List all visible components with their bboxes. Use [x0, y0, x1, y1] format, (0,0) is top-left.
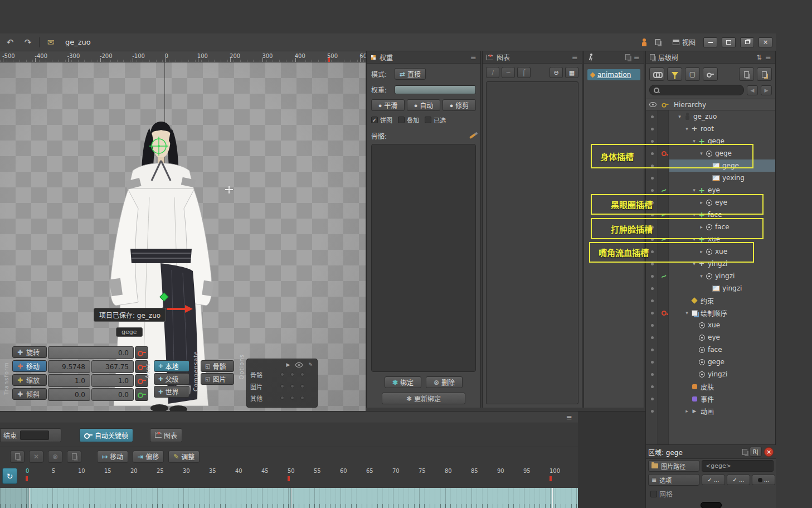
copy-button[interactable] — [739, 67, 754, 81]
transform-value-x[interactable]: 1.0 — [48, 374, 90, 387]
loop-button[interactable]: ↻ — [2, 468, 17, 484]
cut-frames-icon[interactable]: ✕ — [29, 451, 43, 463]
tree-item-gege[interactable]: ▾gege — [646, 135, 775, 147]
weights-tool-button[interactable]: ● 修剪 — [443, 99, 476, 111]
visibility-dot[interactable] — [646, 275, 658, 278]
tree-item-gege[interactable]: gege — [646, 356, 775, 368]
visibility-dot[interactable] — [646, 115, 658, 118]
tree-item-face[interactable]: ▸face — [646, 221, 775, 233]
visibility-dot[interactable] — [646, 214, 658, 216]
tree-item-xue[interactable]: ▾xue — [646, 233, 775, 245]
transform-value-x[interactable]: 0.0 — [48, 388, 90, 401]
expand-arrow[interactable]: ▸ — [684, 408, 690, 414]
expand-arrow[interactable]: ▾ — [691, 261, 697, 267]
undo-button[interactable]: ↶ — [3, 36, 17, 49]
tree-item-皮肤[interactable]: 皮肤 — [646, 380, 775, 393]
expand-arrow[interactable]: ▾ — [684, 310, 690, 316]
keyframe-line[interactable] — [290, 488, 292, 508]
compensate-button[interactable]: ◱ 图片 — [201, 373, 234, 385]
visibility-dot[interactable] — [646, 152, 658, 155]
tree-item-root[interactable]: ▾root — [646, 123, 775, 135]
weight-slider[interactable] — [395, 85, 476, 94]
visibility-dot[interactable] — [646, 410, 658, 413]
region-option-dropdown[interactable]: … — [727, 475, 750, 485]
bind-button[interactable]: ✱绑定 — [385, 376, 421, 388]
link-button[interactable] — [649, 67, 664, 81]
axes-mode-button[interactable]: ✚ 父级 — [154, 373, 189, 385]
search-box[interactable] — [649, 85, 744, 95]
tree-item-xue[interactable]: xue — [646, 319, 775, 331]
expand-arrow[interactable]: ▸ — [698, 249, 704, 254]
expand-arrow[interactable]: ▸ — [698, 224, 704, 230]
curve-bezier-icon[interactable]: ~ — [502, 67, 515, 78]
paste-frames-icon[interactable] — [67, 451, 81, 463]
anim-pages-icon[interactable] — [625, 54, 630, 60]
option-dot[interactable] — [300, 396, 304, 400]
axes-mode-button[interactable]: ✚ 本地 — [154, 360, 189, 372]
weights-tool-button[interactable]: ● 自动 — [407, 99, 440, 111]
zoom-out-icon[interactable]: ⊖ — [550, 67, 563, 78]
keyframe-line[interactable] — [28, 488, 30, 508]
maximize-button[interactable] — [722, 37, 736, 47]
tree-item-动画[interactable]: ▸动画 — [646, 405, 775, 417]
bones-list[interactable] — [371, 144, 476, 372]
tree-item-eye[interactable]: eye — [646, 331, 775, 343]
tree-item-yingzi[interactable]: ▾yingzi — [646, 270, 775, 282]
curve-stepped-icon[interactable]: ⌠ — [517, 67, 531, 78]
option-dot[interactable] — [280, 372, 284, 376]
option-dot[interactable] — [290, 396, 294, 400]
weights-checkbox[interactable]: 叠加 — [398, 115, 419, 124]
skeleton-mode-icon[interactable] — [641, 38, 647, 46]
visibility-dot[interactable] — [646, 299, 658, 302]
tree-item-事件[interactable]: 事件 — [646, 393, 775, 405]
duplicate-icon[interactable] — [742, 449, 747, 455]
key-column-icon[interactable] — [662, 101, 669, 107]
weights-checkbox[interactable]: 饼图 — [371, 115, 392, 124]
visibility-dot[interactable] — [646, 324, 658, 327]
expand-arrow[interactable]: ▾ — [677, 114, 683, 119]
minimize-button[interactable] — [703, 37, 717, 47]
mesh-checkbox[interactable]: 网格 — [650, 489, 673, 499]
rename-toggle-button[interactable]: R| — [750, 447, 762, 457]
transform-tool-button[interactable]: ✚ 旋转 — [12, 346, 47, 358]
sort-icon[interactable]: ⇅ — [756, 54, 762, 61]
frame-selection-button[interactable]: ▢ — [685, 67, 700, 81]
graph-canvas[interactable] — [486, 81, 578, 404]
compensate-button[interactable]: ◱ 骨骼 — [201, 360, 234, 372]
transform-tool-button[interactable]: ✚ 倾斜 — [12, 388, 47, 400]
animation-item[interactable]: animation — [587, 69, 640, 80]
color-swatch[interactable] — [701, 502, 722, 508]
image-path-input[interactable]: <gege> — [702, 460, 774, 472]
anim-menu-icon[interactable]: ≡ — [634, 53, 640, 61]
visibility-dot[interactable] — [646, 287, 658, 290]
tree-item-face[interactable]: ▾face — [646, 209, 775, 221]
option-dot[interactable] — [280, 384, 284, 388]
remove-region-button[interactable]: × — [764, 447, 774, 457]
transform-tool-button[interactable]: ✚ 移动 — [12, 360, 47, 372]
mode-button[interactable]: ⇄ 直接 — [395, 68, 426, 80]
visibility-dot[interactable] — [646, 250, 658, 253]
weights-tool-button[interactable]: ● 平滑 — [371, 99, 405, 111]
tree-item-yexing[interactable]: yexing — [646, 172, 775, 184]
visibility-dot[interactable] — [646, 349, 658, 351]
visibility-dot[interactable] — [646, 140, 658, 143]
offset-frames-button[interactable]: ⇥偏移 — [133, 451, 164, 463]
copy-frames-icon[interactable] — [10, 451, 25, 463]
tree-item-eye[interactable]: ▾eye — [646, 184, 775, 196]
visibility-dot[interactable] — [646, 201, 658, 204]
view-menu-button[interactable]: 视图 — [669, 36, 699, 48]
tree-item-yingzi[interactable]: ▾yingzi — [646, 258, 775, 270]
restore-button[interactable] — [740, 37, 754, 47]
expand-arrow[interactable]: ▾ — [698, 273, 704, 279]
next-match-button[interactable]: ▶ — [761, 85, 772, 95]
clear-frames-icon[interactable]: ⊗ — [48, 451, 62, 463]
visibility-dot[interactable] — [646, 177, 658, 180]
layers-icon[interactable] — [651, 36, 665, 49]
expand-arrow[interactable]: ▾ — [691, 187, 697, 193]
weights-menu-icon[interactable]: ≡ — [470, 53, 476, 61]
tree-item-eye[interactable]: ▸eye — [646, 196, 775, 209]
tree-item-face[interactable]: face — [646, 343, 775, 356]
prev-match-button[interactable]: ◀ — [747, 85, 758, 95]
keyframe-button[interactable] — [135, 388, 148, 401]
visibility-dot[interactable] — [646, 263, 658, 265]
